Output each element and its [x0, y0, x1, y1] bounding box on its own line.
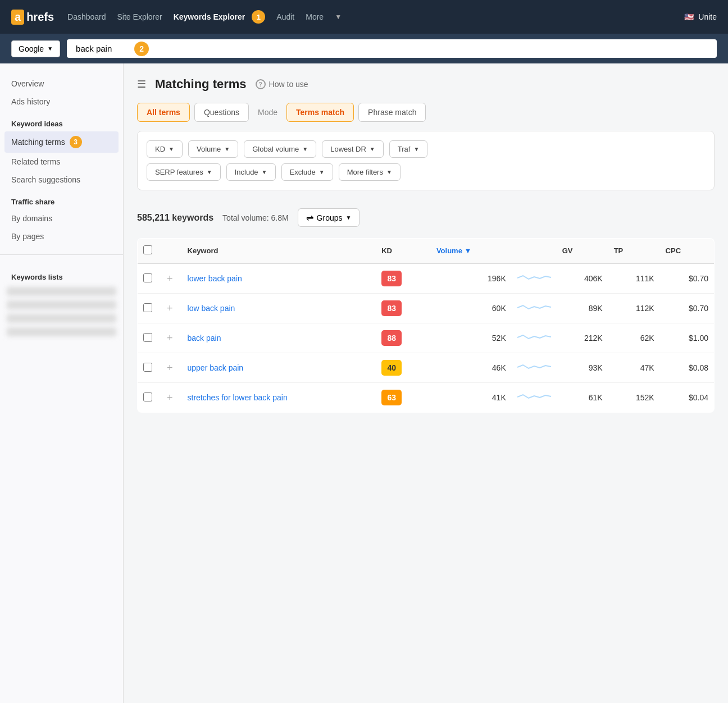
tabs-row: All terms Questions Mode Terms match Phr… — [137, 103, 715, 122]
row-add-btn-0[interactable]: + — [163, 273, 176, 284]
tab-all-terms[interactable]: All terms — [137, 103, 190, 122]
row-checkbox-1[interactable] — [143, 303, 152, 312]
results-count: 585,211 keywords — [137, 213, 213, 223]
col-header-keyword: Keyword — [182, 239, 376, 264]
sidebar-item-overview[interactable]: Overview — [0, 75, 123, 93]
main-content: ☰ Matching terms ? How to use All terms … — [124, 63, 728, 703]
row-tp-2: 62K — [608, 323, 660, 353]
row-keyword-4[interactable]: stretches for lower back pain — [188, 393, 288, 402]
col-header-kd: KD — [376, 239, 431, 264]
row-sparkline-4 — [512, 383, 557, 413]
row-cpc-1: $0.70 — [660, 294, 715, 323]
sidebar-matching-label: Matching terms — [11, 138, 65, 147]
row-kd-badge-3: 40 — [381, 360, 402, 376]
row-kd-badge-0: 83 — [381, 271, 402, 286]
sidebar-pages-label: By pages — [11, 232, 44, 241]
engine-chevron-icon: ▼ — [47, 45, 53, 52]
sidebar-section-keywords-lists: Keywords lists — [0, 264, 123, 285]
filter-kd[interactable]: KD ▼ — [147, 140, 183, 158]
filters-section: KD ▼ Volume ▼ Global volume ▼ Lowest DR … — [137, 131, 715, 190]
logo-text: hrefs — [26, 11, 54, 24]
row-tp-4: 152K — [608, 383, 660, 413]
row-cpc-4: $0.04 — [660, 383, 715, 413]
nav-badge-1: 1 — [252, 10, 265, 24]
row-keyword-0[interactable]: lower back pain — [188, 274, 242, 283]
filter-traffic[interactable]: Traf ▼ — [389, 140, 428, 158]
row-kd-badge-2: 88 — [381, 330, 402, 346]
row-volume-0: 196K — [431, 263, 512, 294]
tab-questions[interactable]: Questions — [194, 103, 249, 122]
engine-label: Google — [19, 44, 44, 53]
engine-selector[interactable]: Google ▼ — [11, 40, 60, 57]
logo[interactable]: a hrefs — [11, 10, 54, 25]
filter-more-filters[interactable]: More filters ▼ — [339, 163, 401, 181]
table-row: + back pain 88 52K 212K 62K $1.00 — [138, 323, 715, 353]
groups-button[interactable]: ⇌ Groups ▼ — [298, 208, 360, 227]
row-keyword-2[interactable]: back pain — [188, 334, 221, 343]
search-input-wrap: 2 — [67, 39, 717, 58]
filters-row-1: KD ▼ Volume ▼ Global volume ▼ Lowest DR … — [147, 140, 705, 158]
row-checkbox-4[interactable] — [143, 392, 152, 401]
row-checkbox-0[interactable] — [143, 273, 152, 282]
nav-site-explorer[interactable]: Site Explorer — [117, 12, 162, 21]
row-add-btn-1[interactable]: + — [163, 303, 176, 314]
main-layout: Overview Ads history Keyword ideas Match… — [0, 63, 728, 703]
row-checkbox-2[interactable] — [143, 333, 152, 342]
filter-volume[interactable]: Volume ▼ — [188, 140, 238, 158]
filter-include[interactable]: Include ▼ — [226, 163, 276, 181]
select-all-checkbox[interactable] — [143, 245, 152, 254]
sidebar-item-ads-history[interactable]: Ads history — [0, 93, 123, 111]
row-keyword-1[interactable]: low back pain — [188, 304, 235, 313]
sidebar-item-search-suggestions[interactable]: Search suggestions — [0, 171, 123, 189]
sidebar-item-matching-terms[interactable]: Matching terms 3 — [4, 131, 119, 153]
results-summary: 585,211 keywords Total volume: 6.8M ⇌ Gr… — [137, 202, 715, 229]
nav-audit[interactable]: Audit — [276, 12, 294, 21]
col-header-gv: GV — [557, 239, 608, 264]
groups-chevron-icon: ▼ — [346, 214, 352, 221]
tab-phrase-match[interactable]: Phrase match — [358, 103, 426, 122]
filter-lowest-dr[interactable]: Lowest DR ▼ — [322, 140, 383, 158]
hamburger-icon[interactable]: ☰ — [137, 78, 146, 90]
sidebar-item-by-domains[interactable]: By domains — [0, 209, 123, 227]
row-tp-0: 111K — [608, 263, 660, 294]
table-body: + lower back pain 83 196K 406K 111K $0.7… — [138, 263, 715, 413]
sidebar-blurred-3 — [7, 314, 116, 323]
keywords-table: Keyword KD Volume ▼ GV TP CPC + lower ba… — [137, 238, 715, 413]
sidebar-related-label: Related terms — [11, 157, 60, 166]
how-to-use-link[interactable]: ? How to use — [256, 79, 308, 89]
row-checkbox-3[interactable] — [143, 363, 152, 372]
row-add-btn-4[interactable]: + — [163, 392, 176, 403]
filter-serp-features[interactable]: SERP features ▼ — [147, 163, 221, 181]
col-header-sparkline — [512, 239, 557, 264]
sidebar-suggestions-label: Search suggestions — [11, 175, 80, 184]
row-gv-0: 406K — [557, 263, 608, 294]
sidebar-section-traffic-share: Traffic share — [0, 189, 123, 209]
nav-more[interactable]: More — [306, 12, 324, 21]
groups-label: Groups — [317, 213, 343, 222]
sidebar-section-keyword-ideas: Keyword ideas — [0, 111, 123, 131]
table-row: + lower back pain 83 196K 406K 111K $0.7… — [138, 263, 715, 294]
col-header-volume[interactable]: Volume ▼ — [431, 239, 512, 264]
row-gv-2: 212K — [557, 323, 608, 353]
sidebar-item-related-terms[interactable]: Related terms — [0, 153, 123, 171]
filter-global-volume[interactable]: Global volume ▼ — [244, 140, 316, 158]
row-volume-4: 41K — [431, 383, 512, 413]
logo-icon: a — [11, 10, 24, 25]
sidebar-item-by-pages[interactable]: By pages — [0, 227, 123, 245]
row-gv-3: 93K — [557, 353, 608, 383]
row-add-btn-2[interactable]: + — [163, 332, 176, 344]
row-keyword-3[interactable]: upper back pain — [188, 363, 244, 372]
filter-exclude[interactable]: Exclude ▼ — [281, 163, 333, 181]
search-input[interactable] — [67, 39, 717, 58]
row-volume-3: 46K — [431, 353, 512, 383]
nav-dashboard[interactable]: Dashboard — [67, 12, 106, 21]
row-volume-1: 60K — [431, 294, 512, 323]
mode-label: Mode — [253, 108, 282, 117]
tab-terms-match[interactable]: Terms match — [286, 103, 354, 122]
row-cpc-0: $0.70 — [660, 263, 715, 294]
page-header: ☰ Matching terms ? How to use — [137, 77, 715, 92]
nav-keywords-explorer[interactable]: Keywords Explorer — [174, 12, 245, 21]
sidebar-ads-label: Ads history — [11, 97, 50, 106]
search-badge-2: 2 — [134, 42, 149, 56]
row-add-btn-3[interactable]: + — [163, 362, 176, 373]
